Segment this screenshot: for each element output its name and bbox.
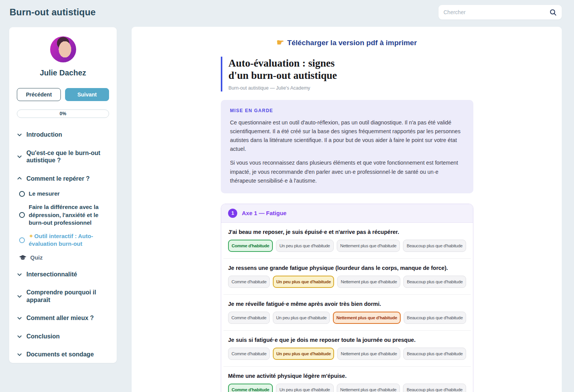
option-comme-dhabitude[interactable]: Comme d'habitude	[228, 384, 273, 392]
course-nav: Introduction Qu'est-ce que le burn-out a…	[17, 131, 109, 358]
sub-label: Quiz	[30, 254, 43, 261]
sub-label: Le mesurer	[29, 190, 60, 198]
option-beaucoup-plus[interactable]: Beaucoup plus que d'habitude	[403, 276, 466, 288]
nav-item-introduction[interactable]: Introduction	[17, 131, 109, 139]
search-input[interactable]	[444, 9, 550, 15]
pointing-finger-icon: ☛	[277, 38, 284, 47]
lesson-subtitle: Burn-out autistique — Julie's Academy	[228, 85, 562, 91]
circle-icon	[19, 191, 25, 197]
option-un-peu-plus[interactable]: Un peu plus que d'habitude	[273, 348, 334, 360]
nav-item-quest-ce-que[interactable]: Qu'est-ce que le burn-out autistique ?	[17, 149, 109, 164]
nav-label: Intersectionnalité	[26, 271, 77, 278]
sub-item-le-mesurer[interactable]: Le mesurer	[19, 190, 109, 198]
chevron-down-icon	[17, 272, 22, 277]
warning-heading: MISE EN GARDE	[230, 108, 464, 113]
option-nettement-plus[interactable]: Nettement plus que d'habitude	[337, 348, 400, 360]
graduation-cap-icon	[19, 255, 26, 260]
nav-label: Comprendre pourquoi il apparaît	[26, 289, 109, 304]
question-row: Je me réveille fatigué·e même après avoi…	[223, 295, 471, 331]
question-row: Je suis si fatigué·e que je dois me repo…	[223, 331, 471, 367]
question-text: Je me réveille fatigué·e même après avoi…	[228, 301, 466, 307]
axe1-card: 1 Axe 1 — Fatigue J'ai beau me reposer, …	[221, 204, 473, 392]
progress-value: 0%	[60, 111, 66, 116]
option-beaucoup-plus[interactable]: Beaucoup plus que d'habitude	[403, 384, 466, 392]
nav-item-conclusion[interactable]: Conclusion	[17, 333, 109, 340]
chevron-up-icon	[17, 176, 22, 181]
chevron-down-icon	[17, 132, 22, 137]
axe1-title: Axe 1 — Fatigue	[242, 210, 287, 216]
option-nettement-plus[interactable]: Nettement plus que d'habitude	[333, 312, 400, 324]
sparkle-icon: ✦	[29, 233, 34, 239]
circle-icon	[19, 237, 25, 243]
search-box[interactable]	[439, 5, 562, 20]
question-row: Je ressens une grande fatigue physique (…	[223, 259, 471, 295]
profile-name: Julie Dachez	[17, 69, 109, 77]
question-row: Même une activité physique légère m'épui…	[223, 367, 471, 392]
options-row: Comme d'habitude Un peu plus que d'habit…	[228, 384, 466, 392]
nav-item-comment-le-reperer[interactable]: Comment le repérer ?	[17, 175, 109, 183]
option-nettement-plus[interactable]: Nettement plus que d'habitude	[337, 276, 400, 288]
warning-box: MISE EN GARDE Ce questionnaire est un ou…	[221, 100, 473, 193]
options-row: Comme d'habitude Un peu plus que d'habit…	[228, 240, 466, 252]
option-comme-dhabitude[interactable]: Comme d'habitude	[228, 240, 273, 252]
option-comme-dhabitude[interactable]: Comme d'habitude	[228, 348, 270, 360]
question-text: J'ai beau me reposer, je suis épuisé·e e…	[228, 229, 466, 235]
top-bar: Burn-out autistique	[0, 0, 574, 24]
option-nettement-plus[interactable]: Nettement plus que d'habitude	[337, 384, 400, 392]
option-beaucoup-plus[interactable]: Beaucoup plus que d'habitude	[403, 240, 466, 252]
question-text: Même une activité physique légère m'épui…	[228, 373, 466, 379]
nav-label: Comment aller mieux ?	[26, 314, 94, 322]
sub-label: Faire la différence avec la dépression, …	[29, 203, 109, 227]
chevron-down-icon	[17, 334, 22, 339]
next-button[interactable]: Suivant	[65, 88, 109, 101]
download-pdf-label: Télécharger la version pdf à imprimer	[287, 39, 417, 47]
options-row: Comme d'habitude Un peu plus que d'habit…	[228, 348, 466, 360]
warning-paragraph-2: Si vous vous reconnaissez dans plusieurs…	[230, 158, 464, 185]
chevron-down-icon	[17, 154, 22, 159]
circle-icon	[19, 212, 25, 218]
sub-item-faire-la-difference[interactable]: Faire la différence avec la dépression, …	[19, 203, 109, 227]
warning-paragraph-1: Ce questionnaire est un outil d'auto-réf…	[230, 118, 464, 154]
options-row: Comme d'habitude Un peu plus que d'habit…	[228, 276, 466, 288]
chevron-down-icon	[17, 352, 22, 357]
previous-button[interactable]: Précédent	[17, 88, 61, 101]
option-un-peu-plus[interactable]: Un peu plus que d'habitude	[276, 384, 334, 392]
sub-item-quiz[interactable]: Quiz	[19, 254, 109, 261]
option-un-peu-plus[interactable]: Un peu plus que d'habitude	[276, 240, 334, 252]
nav-label: Conclusion	[26, 333, 60, 340]
question-text: Je ressens une grande fatigue physique (…	[228, 265, 466, 271]
search-icon[interactable]	[550, 9, 557, 16]
nav-label: Documents et sondage	[26, 351, 94, 358]
option-beaucoup-plus[interactable]: Beaucoup plus que d'habitude	[404, 312, 466, 324]
lesson-title-line1: Auto-évaluation : signes	[228, 57, 562, 70]
sidebar: Julie Dachez Précédent Suivant 0% Introd…	[9, 27, 117, 363]
question-row: J'ai beau me reposer, je suis épuisé·e e…	[223, 223, 471, 259]
lesson-panel: ☛Télécharger la version pdf à imprimer A…	[132, 27, 562, 392]
option-nettement-plus[interactable]: Nettement plus que d'habitude	[337, 240, 400, 252]
progress-bar: 0%	[17, 109, 109, 118]
nav-item-comment-aller-mieux[interactable]: Comment aller mieux ?	[17, 314, 109, 322]
sub-item-outil-interactif-active[interactable]: ✦Outil interactif : Auto-évaluation burn…	[19, 232, 109, 248]
question-text: Je suis si fatigué·e que je dois me repo…	[228, 337, 466, 343]
option-beaucoup-plus[interactable]: Beaucoup plus que d'habitude	[403, 348, 466, 360]
options-row: Comme d'habitude Un peu plus que d'habit…	[228, 312, 466, 324]
app-title: Burn-out autistique	[10, 7, 96, 18]
nav-sub-list: Le mesurer Faire la différence avec la d…	[19, 190, 109, 261]
nav-item-documents-et-sondage[interactable]: Documents et sondage	[17, 351, 109, 358]
nav-label: Comment le repérer ?	[26, 175, 90, 183]
option-comme-dhabitude[interactable]: Comme d'habitude	[228, 312, 270, 324]
download-pdf-link[interactable]: ☛Télécharger la version pdf à imprimer	[132, 38, 562, 47]
lesson-title-block: Auto-évaluation : signes d'un burn-out a…	[221, 57, 562, 91]
option-comme-dhabitude[interactable]: Comme d'habitude	[228, 276, 270, 288]
nav-item-comprendre-pourquoi[interactable]: Comprendre pourquoi il apparaît	[17, 289, 109, 304]
sub-label: ✦Outil interactif : Auto-évaluation burn…	[29, 232, 109, 248]
nav-label: Qu'est-ce que le burn-out autistique ?	[26, 149, 109, 164]
axe1-header: 1 Axe 1 — Fatigue	[221, 204, 473, 223]
option-un-peu-plus[interactable]: Un peu plus que d'habitude	[273, 276, 334, 288]
axe1-number-badge: 1	[228, 209, 237, 218]
chevron-down-icon	[17, 315, 22, 321]
option-un-peu-plus[interactable]: Un peu plus que d'habitude	[273, 312, 330, 324]
lesson-title-line2: d'un burn-out autistique	[228, 70, 562, 82]
nav-item-intersectionnalite[interactable]: Intersectionnalité	[17, 271, 109, 278]
avatar	[50, 36, 76, 62]
